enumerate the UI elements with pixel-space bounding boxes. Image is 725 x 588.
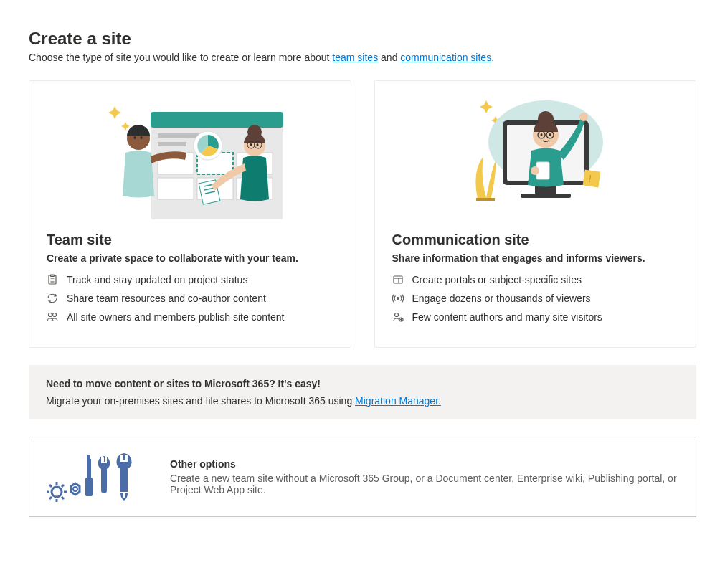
svg-rect-3 [158,142,186,146]
migrate-banner: Need to move content or sites to Microso… [29,365,696,419]
svg-point-49 [531,166,539,175]
communication-site-illustration: ! [375,81,696,224]
page-title: Create a site [29,29,696,49]
other-options-text: Create a new team site without a Microso… [170,473,678,495]
communication-sites-link[interactable]: communication sites [400,52,491,63]
team-site-tagline: Create a private space to collaborate wi… [47,252,333,264]
list-item: Share team resources and co-author conte… [47,293,333,304]
svg-rect-39 [476,198,495,201]
svg-rect-50 [394,276,402,283]
clipboard-icon [47,274,58,285]
communication-site-tagline: Share information that engages and infor… [392,252,679,264]
svg-rect-69 [85,478,93,496]
svg-point-54 [394,313,398,317]
feature-text: Engage dozens or thousands of viewers [412,293,591,304]
svg-point-22 [256,143,258,146]
list-item: Track and stay updated on project status [47,274,333,285]
communication-site-features: Create portals or subject-specific sites… [392,274,679,323]
svg-line-65 [49,497,52,499]
communication-site-title: Communication site [392,232,679,248]
migrate-text: Migrate your on-premises sites and file … [46,395,679,407]
svg-point-31 [53,313,57,317]
feature-text: Share team resources and co-author conte… [67,293,266,304]
svg-point-53 [397,298,399,300]
svg-point-45 [541,133,543,136]
portal-icon [392,274,404,285]
feature-text: Create portals or subject-specific sites [412,274,582,285]
migrate-title: Need to move content or sites to Microso… [46,378,679,389]
communication-site-card[interactable]: ! [374,80,697,348]
svg-point-46 [549,133,551,136]
other-options-title: Other options [170,458,678,470]
tools-icon [47,452,147,502]
team-site-card[interactable]: Team site Create a private space to coll… [29,80,351,348]
team-sites-link[interactable]: team sites [332,52,378,63]
svg-point-47 [579,113,588,121]
page-subtitle: Choose the type of site you would like t… [29,52,696,63]
svg-rect-7 [158,178,194,199]
migration-manager-link[interactable]: Migration Manager. [355,395,441,407]
feature-text: All site owners and members publish site… [67,311,284,323]
svg-rect-2 [158,133,201,138]
svg-point-18 [140,136,142,139]
list-item: Few content authors and many site visito… [392,311,679,323]
list-item: Create portals or subject-specific sites [392,274,679,285]
list-item: Engage dozens or thousands of viewers [392,293,679,304]
author-icon [392,311,404,323]
feature-text: Few content authors and many site visito… [412,311,602,323]
svg-point-21 [250,143,252,146]
subtitle-text-3: . [491,52,494,63]
list-item: All site owners and members publish site… [47,311,333,323]
svg-point-30 [49,313,52,317]
other-options-card[interactable]: Other options Create a new team site wit… [29,437,696,517]
svg-point-67 [73,487,77,491]
subtitle-text-1: Choose the type of site you would like t… [29,52,332,63]
broadcast-icon [392,293,404,304]
svg-line-66 [62,497,64,499]
svg-rect-36 [521,194,571,198]
create-site-panel: Create a site Choose the type of site yo… [29,29,696,517]
svg-rect-1 [151,112,283,128]
svg-point-58 [52,487,62,497]
team-site-title: Team site [47,232,333,248]
migrate-text-prefix: Migrate your on-premises sites and file … [46,395,355,407]
subtitle-text-2: and [378,52,400,63]
svg-line-63 [49,485,52,487]
people-icon [47,311,58,323]
feature-text: Track and stay updated on project status [67,274,247,285]
site-type-cards: Team site Create a private space to coll… [29,80,696,348]
team-site-illustration [29,81,351,224]
svg-line-64 [62,485,64,487]
svg-rect-70 [87,455,90,459]
svg-rect-68 [87,459,91,478]
team-site-features: Track and stay updated on project status… [47,274,333,323]
svg-point-17 [133,136,136,139]
sync-icon [47,293,58,304]
